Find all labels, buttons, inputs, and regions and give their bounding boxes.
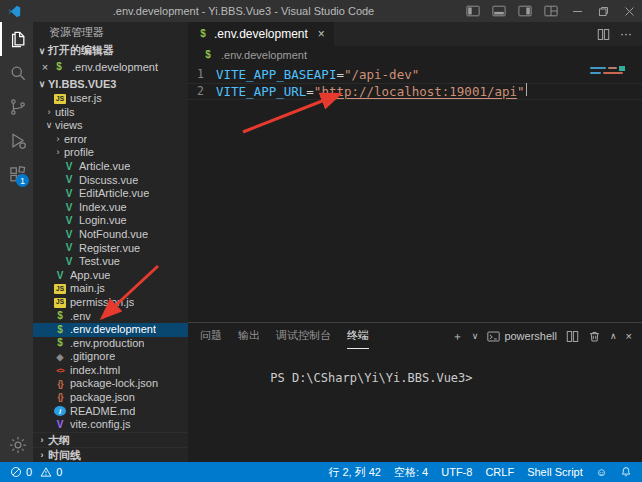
panel-tab-debug-console[interactable]: 调试控制台	[276, 323, 331, 349]
minimap-highlight	[619, 66, 625, 71]
tree-item-package.json[interactable]: {}package.json	[33, 391, 188, 405]
tab-env-development[interactable]: $ .env.development ×	[188, 22, 334, 46]
code-editor[interactable]: 1VITE_APP_BASEAPI="/api-dev"2VITE_APP_UR…	[188, 64, 642, 322]
tree-item-utils[interactable]: ›utils	[33, 106, 188, 120]
vue-icon: V	[63, 243, 75, 254]
tree-item-.gitignore[interactable]: ◆.gitignore	[33, 350, 188, 364]
tree-item-README.md[interactable]: iREADME.md	[33, 405, 188, 419]
tree-item-label: utils	[55, 106, 75, 120]
explorer-icon[interactable]	[0, 22, 33, 56]
vue-icon: V	[54, 270, 66, 281]
split-terminal-icon[interactable]	[566, 330, 579, 343]
tree-item-Test.vue[interactable]: VTest.vue	[33, 255, 188, 269]
maximize-panel-icon[interactable]: ∧	[610, 331, 617, 341]
tree-item-user.js[interactable]: JSuser.js	[33, 92, 188, 106]
tree-item-NotFound.vue[interactable]: VNotFound.vue	[33, 228, 188, 242]
title-bar: .env.development - Yi.BBS.Vue3 - Visual …	[0, 0, 642, 22]
minimap[interactable]	[590, 67, 632, 77]
json-icon: {}	[54, 392, 66, 403]
customize-layout-icon[interactable]	[538, 0, 564, 22]
env-icon: $	[54, 311, 66, 322]
tree-item-label: README.md	[70, 405, 135, 419]
tree-item-.env.development[interactable]: $.env.development	[33, 323, 188, 337]
tree-item-views[interactable]: ∨views	[33, 119, 188, 133]
code-token: =	[336, 66, 344, 83]
tree-item-label: Discuss.vue	[79, 174, 138, 188]
minimize-button[interactable]	[564, 0, 590, 22]
code-token: =	[306, 83, 314, 100]
code-token: "/api-dev"	[344, 66, 419, 83]
toggle-panel-icon[interactable]	[486, 0, 512, 22]
tree-item-error[interactable]: ›error	[33, 133, 188, 147]
close-tab-icon[interactable]: ×	[318, 27, 325, 41]
project-section-header[interactable]: ∨ YI.BBS.VUE3	[33, 75, 188, 92]
restore-button[interactable]	[590, 0, 616, 22]
code-token: "	[314, 83, 322, 100]
tree-item-.env.production[interactable]: $.env.production	[33, 337, 188, 351]
cursor-position[interactable]: 行 2, 列 42	[328, 465, 381, 480]
tree-item-package-lock.json[interactable]: {}package-lock.json	[33, 377, 188, 391]
tree-item-EditArticle.vue[interactable]: VEditArticle.vue	[33, 187, 188, 201]
tree-item-permission.js[interactable]: JSpermission.js	[33, 296, 188, 310]
terminal-instance-powershell[interactable]: powershell	[487, 330, 557, 343]
toggle-sidebar-icon[interactable]	[460, 0, 486, 22]
problems-status[interactable]: 0 0	[10, 466, 62, 478]
minimap-line	[590, 72, 632, 74]
panel-toolbar: ＋ ∨ powershell ∧ ×	[452, 323, 632, 349]
extensions-icon[interactable]: 1	[0, 158, 33, 192]
indentation[interactable]: 空格: 4	[394, 465, 428, 480]
tree-item-profile[interactable]: ›profile	[33, 146, 188, 160]
chevron-right-icon: ›	[53, 146, 63, 160]
env-icon: $	[54, 338, 66, 349]
open-editor-item[interactable]: × $ .env.development	[33, 59, 188, 75]
tree-item-main.js[interactable]: JSmain.js	[33, 282, 188, 296]
tree-item-label: .gitignore	[70, 350, 115, 364]
code-line-1[interactable]: 1VITE_APP_BASEAPI="/api-dev"	[188, 66, 642, 83]
kill-terminal-icon[interactable]	[588, 330, 601, 343]
toggle-secondary-sidebar-icon[interactable]	[512, 0, 538, 22]
close-window-button[interactable]	[616, 0, 642, 22]
panel-tab-terminal[interactable]: 终端	[347, 323, 369, 349]
file-tree: JSuser.js›utils∨views›error›profileVArti…	[33, 92, 188, 432]
code-line-2[interactable]: 2VITE_APP_URL="http://localhost:19001/ap…	[188, 83, 642, 100]
run-debug-icon[interactable]	[0, 124, 33, 158]
tree-item-Register.vue[interactable]: VRegister.vue	[33, 242, 188, 256]
breadcrumb[interactable]: $ .env.development	[188, 46, 642, 64]
panel-tab-problems[interactable]: 问题	[200, 323, 222, 349]
tree-item-Index.vue[interactable]: VIndex.vue	[33, 201, 188, 215]
outline-section-header[interactable]: › 大纲	[33, 432, 188, 447]
tree-item-label: Article.vue	[79, 160, 130, 174]
tab-label: .env.development	[214, 27, 308, 41]
feedback-icon[interactable]: ☺	[596, 466, 607, 478]
source-control-icon[interactable]	[0, 90, 33, 124]
tree-item-Discuss.vue[interactable]: VDiscuss.vue	[33, 174, 188, 188]
tree-item-index.html[interactable]: <>index.html	[33, 364, 188, 378]
tree-item-vite.config.js[interactable]: Vvite.config.js	[33, 418, 188, 432]
settings-gear-icon[interactable]	[0, 428, 33, 462]
more-actions-icon[interactable]: ···	[620, 27, 632, 41]
split-editor-icon[interactable]	[597, 28, 610, 41]
search-icon[interactable]	[0, 56, 33, 90]
errors-count: 0	[26, 466, 32, 478]
timeline-section-header[interactable]: › 时间线	[33, 447, 188, 462]
notifications-bell-icon[interactable]	[620, 466, 632, 478]
close-panel-icon[interactable]: ×	[626, 330, 632, 342]
language-mode[interactable]: Shell Script	[527, 466, 583, 478]
close-icon[interactable]: ×	[40, 61, 50, 73]
open-editors-header[interactable]: ∨ 打开的编辑器	[33, 42, 188, 59]
tree-item-Article.vue[interactable]: VArticle.vue	[33, 160, 188, 174]
status-bar-right: 行 2, 列 42 空格: 4 UTF-8 CRLF Shell Script …	[328, 465, 632, 480]
tree-item-Login.vue[interactable]: VLogin.vue	[33, 214, 188, 228]
new-terminal-icon[interactable]: ＋	[452, 329, 463, 344]
terminal-output[interactable]: PS D:\CSharp\Yi\Yi.BBS.Vue3>	[188, 349, 642, 462]
vscode-logo	[8, 5, 21, 18]
tree-item-label: NotFound.vue	[79, 228, 148, 242]
tree-item-.env[interactable]: $.env	[33, 310, 188, 324]
json-icon: {}	[54, 379, 66, 390]
terminal-dropdown-icon[interactable]: ∨	[472, 331, 479, 341]
panel-tab-output[interactable]: 输出	[238, 323, 260, 349]
encoding[interactable]: UTF-8	[441, 466, 472, 478]
eol-selector[interactable]: CRLF	[485, 466, 514, 478]
md-icon: i	[54, 406, 66, 416]
tree-item-App.vue[interactable]: VApp.vue	[33, 269, 188, 283]
